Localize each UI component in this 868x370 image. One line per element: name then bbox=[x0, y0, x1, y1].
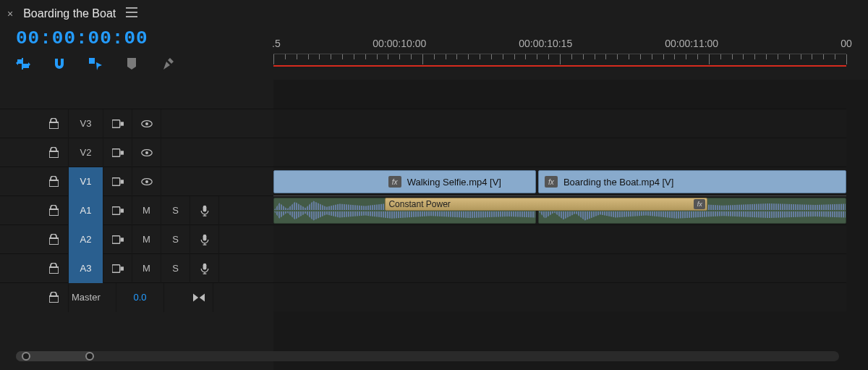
fx-badge-icon[interactable]: fx bbox=[388, 176, 401, 188]
sequence-titlebar: × Boarding the Boat bbox=[0, 0, 868, 28]
source-patch-icon[interactable] bbox=[103, 138, 132, 167]
track-lane-v2[interactable] bbox=[273, 138, 846, 167]
fx-badge-icon[interactable]: fx bbox=[694, 199, 705, 209]
horizontal-zoom-scroll[interactable] bbox=[16, 351, 839, 361]
source-patch-icon[interactable] bbox=[103, 167, 132, 196]
source-patch-icon[interactable] bbox=[103, 225, 132, 254]
track-name[interactable]: V3 bbox=[69, 109, 103, 138]
svg-rect-10 bbox=[112, 177, 120, 185]
zoom-in-knob[interactable] bbox=[85, 352, 94, 361]
voiceover-record-icon[interactable] bbox=[190, 196, 219, 225]
track-lane-master[interactable] bbox=[273, 282, 846, 311]
track-header-a1[interactable]: A1 M S bbox=[0, 195, 273, 224]
linked-selection-icon[interactable] bbox=[88, 56, 103, 71]
track-lane-v1[interactable]: fxWalking Selfie.mp4 [V]fxBoarding the B… bbox=[273, 167, 846, 195]
clip-label: Walking Selfie.mp4 [V] bbox=[407, 177, 501, 188]
track-header-a3[interactable]: A3 M S bbox=[0, 253, 273, 282]
svg-marker-24 bbox=[199, 293, 204, 301]
video-audio-divider bbox=[273, 195, 846, 196]
track-header-a2[interactable]: A2 M S bbox=[0, 224, 273, 253]
transition-label: Constant Power bbox=[388, 199, 450, 209]
ruler-tick-label: 00:00:10:15 bbox=[519, 38, 572, 49]
ruler-tick-label: 00:00:11:00 bbox=[665, 38, 718, 49]
track-header-v2[interactable]: V2 bbox=[0, 138, 273, 167]
snap-icon[interactable] bbox=[52, 56, 67, 71]
ruler-tick-label: 00:00:10:00 bbox=[373, 38, 426, 49]
close-sequence-button[interactable]: × bbox=[7, 8, 13, 20]
svg-marker-1 bbox=[96, 62, 102, 70]
lock-icon[interactable] bbox=[40, 196, 69, 225]
lock-icon[interactable] bbox=[40, 254, 69, 283]
svg-rect-11 bbox=[120, 180, 123, 183]
master-volume-value[interactable]: 0.0 bbox=[116, 283, 164, 312]
track-name[interactable]: A2 bbox=[69, 225, 103, 254]
playhead-timecode[interactable]: 00:00:00:00 bbox=[16, 28, 258, 49]
timeline-clips-area[interactable]: fxWalking Selfie.mp4 [V]fxBoarding the B… bbox=[273, 80, 868, 370]
work-area-bar[interactable] bbox=[273, 65, 846, 67]
sequence-title[interactable]: Boarding the Boat bbox=[23, 7, 116, 20]
source-patch-icon[interactable] bbox=[103, 196, 132, 225]
master-track-label[interactable]: Master bbox=[69, 283, 116, 312]
voiceover-record-icon[interactable] bbox=[190, 225, 219, 254]
insert-overwrite-tool-icon[interactable] bbox=[16, 56, 30, 71]
svg-point-9 bbox=[145, 151, 148, 154]
svg-rect-14 bbox=[112, 206, 120, 214]
toggle-track-output-icon[interactable] bbox=[132, 109, 161, 138]
video-clip[interactable]: fxBoarding the Boat.mp4 [V] bbox=[538, 170, 846, 193]
audio-transition[interactable]: Constant Powerfx bbox=[385, 198, 707, 211]
lock-icon[interactable] bbox=[40, 225, 69, 254]
track-name[interactable]: A1 bbox=[69, 196, 103, 225]
time-ruler[interactable]: .500:00:10:0000:00:10:1500:00:11:0000 bbox=[273, 28, 868, 80]
toggle-track-output-icon[interactable] bbox=[132, 138, 161, 167]
svg-marker-23 bbox=[193, 293, 198, 301]
svg-rect-22 bbox=[203, 263, 206, 269]
mute-button[interactable]: M bbox=[132, 225, 161, 254]
panel-menu-button[interactable] bbox=[126, 7, 137, 20]
fx-badge-icon[interactable]: fx bbox=[545, 176, 558, 188]
source-patch-icon[interactable] bbox=[103, 254, 132, 283]
track-header-master[interactable]: Master 0.0 bbox=[0, 282, 273, 311]
solo-button[interactable]: S bbox=[161, 196, 190, 225]
source-patch-icon[interactable] bbox=[103, 109, 132, 138]
track-lane-a2[interactable] bbox=[273, 224, 846, 253]
svg-rect-20 bbox=[112, 264, 120, 272]
mute-button[interactable]: M bbox=[132, 254, 161, 283]
track-header-v3[interactable]: V3 bbox=[0, 109, 273, 138]
svg-rect-2 bbox=[112, 119, 120, 127]
ruler-tick-label: .5 bbox=[272, 38, 281, 49]
track-lane-a3[interactable] bbox=[273, 253, 846, 282]
track-headers: V3 V2 V1 bbox=[0, 80, 273, 370]
track-header-v1[interactable]: V1 bbox=[0, 167, 273, 195]
svg-rect-18 bbox=[120, 237, 123, 241]
track-name[interactable]: A3 bbox=[69, 254, 103, 283]
svg-point-13 bbox=[145, 180, 148, 183]
timeline-tools bbox=[16, 56, 258, 71]
lock-icon[interactable] bbox=[40, 283, 69, 312]
clip-label: Boarding the Boat.mp4 [V] bbox=[563, 177, 673, 188]
mute-button[interactable]: M bbox=[132, 196, 161, 225]
svg-rect-16 bbox=[203, 205, 206, 211]
solo-button[interactable]: S bbox=[161, 254, 190, 283]
lock-icon[interactable] bbox=[40, 109, 69, 138]
video-clip[interactable]: fxWalking Selfie.mp4 [V] bbox=[273, 170, 536, 193]
track-name[interactable]: V1 bbox=[69, 167, 103, 196]
svg-rect-19 bbox=[203, 234, 206, 240]
voiceover-record-icon[interactable] bbox=[190, 254, 219, 283]
svg-rect-21 bbox=[120, 266, 123, 270]
track-name[interactable]: V2 bbox=[69, 138, 103, 167]
track-lane-a1[interactable]: Constant Powerfx bbox=[273, 195, 846, 224]
svg-rect-0 bbox=[89, 58, 95, 64]
solo-button[interactable]: S bbox=[161, 225, 190, 254]
zoom-out-knob[interactable] bbox=[22, 352, 30, 361]
lock-icon[interactable] bbox=[40, 167, 69, 196]
add-marker-icon[interactable] bbox=[124, 56, 139, 71]
svg-rect-7 bbox=[120, 151, 123, 154]
track-lane-v3[interactable] bbox=[273, 109, 846, 138]
ruler-tick-label: 00 bbox=[841, 38, 852, 49]
toggle-track-output-icon[interactable] bbox=[132, 167, 161, 196]
timeline-settings-icon[interactable] bbox=[161, 56, 175, 71]
svg-rect-17 bbox=[112, 235, 120, 243]
svg-rect-3 bbox=[120, 122, 123, 125]
lock-icon[interactable] bbox=[40, 138, 69, 167]
pan-icon[interactable] bbox=[184, 283, 213, 312]
